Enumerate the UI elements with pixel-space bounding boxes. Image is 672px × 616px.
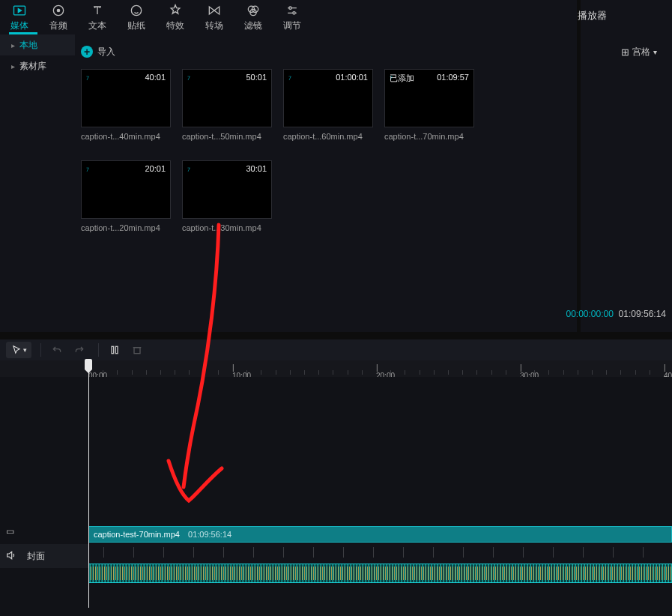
cover-button[interactable]: 封面 [27,550,45,563]
ruler-minor-tick [348,370,348,375]
tab-label: 贴纸 [127,19,145,32]
chevron-right-icon: ▸ [9,62,16,70]
svg-rect-9 [112,346,114,353]
ruler-minor-tick [635,370,636,375]
media-filename: caption-t...50min.mp4 [182,132,272,141]
view-mode-toggle[interactable]: ⊞ 宫格 ▾ [621,46,657,58]
media-card[interactable]: ⁊01:00:01caption-t...60min.mp4 [283,69,373,141]
ruler-minor-tick [175,370,175,375]
player-tc-current: 00:00:00:00 [566,309,614,319]
import-add-button[interactable]: + [81,46,93,58]
ruler-minor-tick [476,370,477,375]
media-card[interactable]: ⁊30:01caption-t...30min.mp4 [182,160,272,232]
media-card[interactable]: ⁊20:01caption-t...20min.mp4 [81,160,171,232]
clip-corner-icon: ⁊ [85,74,91,80]
track-spacer [88,544,672,562]
tab-audio[interactable]: 音频 [39,0,78,34]
chevron-right-icon: ▸ [9,41,16,49]
tab-label: 媒体 [10,19,28,32]
ruler-minor-tick [146,370,147,375]
import-label[interactable]: 导入 [97,46,115,58]
tab-label: 调节 [283,19,301,32]
ruler-minor-tick [132,370,133,375]
ruler-minor-tick [548,370,549,375]
top-tabs: 媒体 音频 文本 贴纸 特效 转场 [0,0,577,34]
tab-transition[interactable]: 转场 [195,0,234,34]
redo-button[interactable] [70,342,89,358]
added-badge: 已添加 [390,73,414,84]
media-filename: caption-t...20min.mp4 [81,223,171,232]
tab-text[interactable]: 文本 [78,0,117,34]
mute-icon[interactable] [0,549,22,564]
media-thumbnail[interactable]: ⁊已添加01:09:57 [384,69,474,127]
track-header: ▭ 封面 [0,544,88,568]
ruler-minor-tick [117,370,118,375]
svg-point-3 [131,5,141,15]
sidenav-item-local[interactable]: ▸ 本地 [0,34,75,55]
tab-sticker[interactable]: 贴纸 [117,0,156,34]
tab-adjust[interactable]: 调节 [273,0,312,34]
media-thumbnail[interactable]: ⁊40:01 [81,69,171,127]
media-duration: 20:01 [145,164,166,173]
timeline-ruler[interactable]: | 00:00| 10:00| 20:00| 30:00| 40:00 [0,360,672,377]
delete-button[interactable] [127,342,147,358]
tab-label: 滤镜 [244,19,262,32]
ruler-minor-tick [204,370,205,375]
ruler-minor-tick [189,370,190,375]
clip-corner-icon: ⁊ [187,166,193,172]
video-clip[interactable]: caption-test-70min.mp4 01:09:56:14 [88,526,672,543]
cursor-tool-button[interactable]: ▾ [6,342,31,358]
svg-point-8 [293,11,295,13]
ruler-minor-tick [318,370,319,375]
undo-button[interactable] [47,342,67,358]
tab-effect[interactable]: 特效 [156,0,195,34]
frame-icon[interactable]: ▭ [3,526,16,537]
media-card[interactable]: ⁊40:01caption-t...40min.mp4 [81,69,171,141]
tab-media[interactable]: 媒体 [0,0,39,34]
playhead-handle[interactable] [85,359,92,369]
audio-clip[interactable] [88,564,672,583]
ruler-minor-tick [462,370,463,375]
sidenav-item-library[interactable]: ▸ 素材库 [0,55,75,76]
ruler-minor-tick [420,370,420,375]
media-thumbnail[interactable]: ⁊20:01 [81,160,171,219]
media-duration: 01:00:01 [336,73,368,82]
clip-corner-icon: ⁊ [187,74,193,80]
media-duration: 30:01 [246,164,267,173]
separator [98,343,99,357]
ruler-minor-tick [620,370,621,375]
media-duration: 01:09:57 [437,73,469,82]
media-thumbnail[interactable]: ⁊30:01 [182,160,272,219]
tab-filter[interactable]: 滤镜 [234,0,273,34]
ruler-minor-tick [491,370,492,375]
clip-corner-icon: ⁊ [288,74,294,80]
ruler-minor-tick [592,370,593,375]
view-mode-label: 宫格 [632,46,650,58]
ruler-minor-tick [390,370,391,375]
clip-name: caption-test-70min.mp4 [94,530,180,539]
ruler-minor-tick [606,370,607,375]
ruler-minor-tick [246,370,247,375]
ruler-minor-tick [103,370,103,375]
ruler-minor-tick [506,370,506,375]
media-card[interactable]: ⁊50:01caption-t...50min.mp4 [182,69,272,141]
separator [40,343,41,357]
ruler-minor-tick [448,370,449,375]
playhead[interactable] [88,360,89,608]
timeline-toolbar: ▾ [0,339,672,360]
tab-label: 音频 [49,19,67,32]
split-button[interactable] [105,342,124,358]
media-thumbnail[interactable]: ⁊50:01 [182,69,272,127]
tab-label: 特效 [166,19,184,32]
player-title: 播放器 [578,9,660,22]
media-thumbnail[interactable]: ⁊01:00:01 [283,69,373,127]
ruler-minor-tick [362,370,363,375]
media-filename: caption-t...30min.mp4 [182,223,272,232]
ruler-minor-tick [563,370,564,375]
ruler-minor-tick [534,370,535,375]
media-filename: caption-t...70min.mp4 [384,132,474,141]
chevron-down-icon: ▾ [653,48,657,56]
media-filename: caption-t...40min.mp4 [81,132,171,141]
media-card[interactable]: ⁊已添加01:09:57caption-t...70min.mp4 [384,69,474,141]
ruler-minor-tick [304,370,305,375]
